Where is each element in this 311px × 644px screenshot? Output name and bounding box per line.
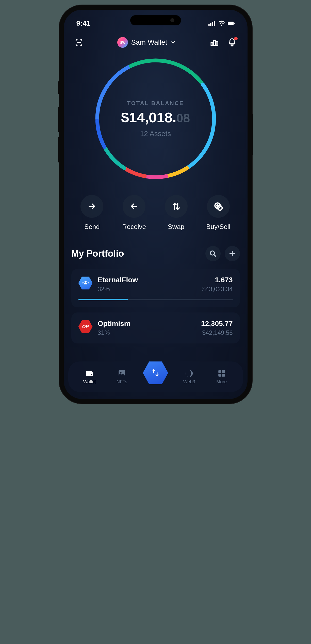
nav-wallet[interactable]: Wallet xyxy=(78,369,101,385)
svg-rect-1 xyxy=(210,23,211,26)
donut-segment xyxy=(126,169,144,176)
wallet-name: Sam Wallet xyxy=(131,38,167,46)
asset-list: EternalFlow 32% 1.673 $43,023.34 OP Opti… xyxy=(71,269,240,343)
chevron-down-icon xyxy=(170,40,176,45)
wallet-selector[interactable]: SW Sam Wallet xyxy=(117,37,176,48)
svg-rect-16 xyxy=(218,370,221,373)
portfolio-section: My Portfolio EternalFlow 32% xyxy=(64,238,248,343)
arrow-left-icon xyxy=(129,202,139,211)
nav-more[interactable]: More xyxy=(210,369,233,385)
optimism-icon: OP xyxy=(78,320,93,334)
battery-icon xyxy=(228,21,235,26)
nav-web3[interactable]: Web3 xyxy=(178,369,201,385)
image-icon xyxy=(118,369,126,378)
swap-label: Swap xyxy=(168,223,184,231)
search-button[interactable] xyxy=(205,246,221,261)
exchange-icon xyxy=(150,368,160,378)
eternalflow-icon xyxy=(78,276,93,290)
donut-segment xyxy=(105,149,124,168)
svg-rect-0 xyxy=(208,24,210,26)
arrow-right-icon xyxy=(87,202,96,211)
balance-amount: $14,018.08 xyxy=(121,109,190,126)
buysell-action[interactable]: Buy/Sell xyxy=(206,195,230,231)
status-time: 9:41 xyxy=(76,19,91,27)
svg-rect-2 xyxy=(212,22,213,26)
svg-point-14 xyxy=(120,371,122,373)
power-button xyxy=(252,114,253,155)
asset-card[interactable]: OP Optimism 31% 12,305.77 $42,149.56 xyxy=(71,312,240,343)
svg-rect-19 xyxy=(222,374,225,376)
bar-chart-icon xyxy=(210,38,219,47)
balance-cents: 08 xyxy=(176,111,190,125)
scan-icon xyxy=(75,38,83,47)
svg-rect-6 xyxy=(211,42,213,46)
search-icon xyxy=(209,250,217,257)
assets-count: 12 Assets xyxy=(121,130,190,138)
nav-nfts[interactable]: NFTs xyxy=(110,369,133,385)
donut-segment xyxy=(146,176,166,177)
asset-amount: 12,305.77 xyxy=(201,320,233,328)
receive-label: Receive xyxy=(122,223,146,231)
scan-button[interactable] xyxy=(74,37,84,47)
wifi-icon xyxy=(218,21,225,26)
volume-down-button xyxy=(58,137,60,162)
asset-name: Optimism xyxy=(98,320,196,328)
donut-segment xyxy=(131,60,202,83)
send-action[interactable]: Send xyxy=(80,195,103,231)
volume-up-button xyxy=(58,107,60,132)
asset-amount: 1.673 xyxy=(202,276,233,284)
actions-row: Send Receive Swap Buy/Sell xyxy=(64,182,248,238)
nav-web3-label: Web3 xyxy=(183,379,195,385)
balance-label: TOTAL BALANCE xyxy=(121,100,190,107)
coin-icon xyxy=(214,202,223,211)
asset-percent: 32% xyxy=(98,286,197,293)
app-header: SW Sam Wallet xyxy=(64,30,248,50)
swap-action[interactable]: Swap xyxy=(165,195,188,231)
wallet-avatar: SW xyxy=(117,37,128,48)
side-button xyxy=(58,81,60,94)
nav-more-label: More xyxy=(216,379,227,385)
asset-progress-bar xyxy=(78,299,233,300)
svg-rect-18 xyxy=(218,374,221,376)
phone-screen: 9:41 SW Sam Wallet xyxy=(64,10,248,399)
donut-segment xyxy=(97,121,104,147)
wallet-icon xyxy=(85,369,94,378)
phone-frame: 9:41 SW Sam Wallet xyxy=(59,5,252,404)
dynamic-island xyxy=(130,15,181,25)
bottom-nav: Wallet NFTs Web3 More xyxy=(68,361,243,392)
donut-segment xyxy=(188,85,214,167)
asset-value: $42,149.56 xyxy=(201,329,233,336)
receive-action[interactable]: Receive xyxy=(122,195,146,231)
asset-card[interactable]: EternalFlow 32% 1.673 $43,023.34 xyxy=(71,269,240,307)
add-button[interactable] xyxy=(225,246,240,261)
svg-rect-17 xyxy=(222,370,225,373)
svg-rect-7 xyxy=(214,40,216,46)
notification-dot xyxy=(234,37,238,40)
asset-name: EternalFlow xyxy=(98,276,197,284)
svg-rect-3 xyxy=(214,21,215,26)
globe-icon xyxy=(185,369,193,378)
portfolio-title: My Portfolio xyxy=(71,248,124,259)
donut-segment xyxy=(168,168,187,176)
nav-wallet-label: Wallet xyxy=(83,379,96,385)
wallet-initials: SW xyxy=(120,41,125,44)
notifications-button[interactable] xyxy=(227,37,237,47)
buysell-label: Buy/Sell xyxy=(206,223,230,231)
balance-donut-chart: TOTAL BALANCE $14,018.08 12 Assets xyxy=(64,55,248,182)
svg-rect-5 xyxy=(234,23,235,24)
send-label: Send xyxy=(84,223,100,231)
swap-icon xyxy=(172,202,181,211)
nav-center-button[interactable] xyxy=(143,360,168,386)
asset-percent: 31% xyxy=(98,329,196,336)
grid-icon xyxy=(217,369,226,378)
cellular-icon xyxy=(208,21,216,26)
svg-point-12 xyxy=(85,281,87,283)
plus-icon xyxy=(229,250,236,257)
svg-rect-8 xyxy=(216,41,218,46)
svg-rect-4 xyxy=(228,22,234,25)
stats-button[interactable] xyxy=(209,37,219,47)
nav-nfts-label: NFTs xyxy=(117,379,127,385)
balance-main: $14,018. xyxy=(121,109,176,125)
asset-value: $43,023.34 xyxy=(202,286,233,293)
